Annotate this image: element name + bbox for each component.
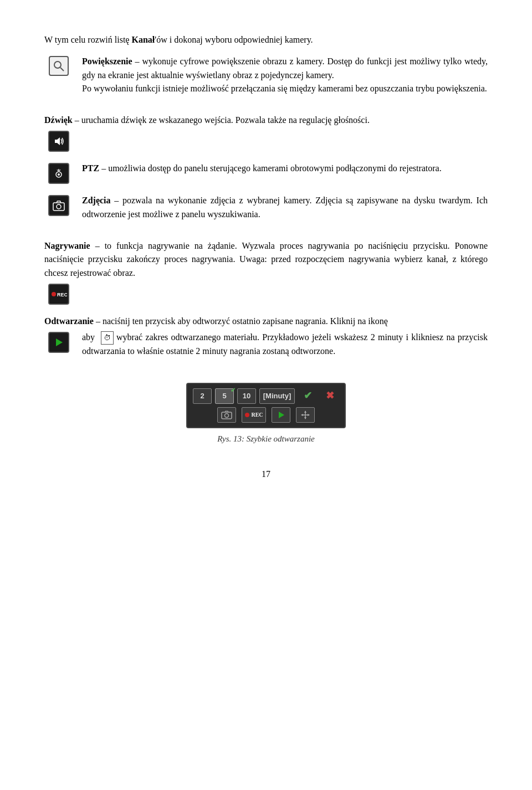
odtwarzanie-title: Odtwarzanie xyxy=(44,316,94,326)
dzwiek-icon-row xyxy=(44,130,488,152)
svg-marker-22 xyxy=(308,414,310,416)
quick-play-panel: 2 5 ✔ 10 [Minuty] ✔ ✖ xyxy=(186,383,346,428)
qp-cancel: ✖ xyxy=(320,388,339,404)
svg-point-10 xyxy=(52,292,56,296)
odtwarzanie-title-para: Odtwarzanie – naciśnij ten przycisk aby … xyxy=(44,315,488,329)
rec-icon-col: REC xyxy=(44,283,73,305)
nagrywanie-rest: – to funkcja nagrywanie na żądanie. Wyzw… xyxy=(44,241,488,278)
panel-row-2: REC xyxy=(193,407,339,423)
ptz-rest: – umożliwia dostęp do panelu sterującego… xyxy=(99,163,442,173)
time-range-icon: ⏱ xyxy=(101,331,114,345)
figure-caption: Rys. 13: Szybkie odtwarzanie xyxy=(44,433,488,445)
dzwiek-para: Dźwięk – uruchamia dźwięk ze wskazanego … xyxy=(44,114,488,127)
camera-icon xyxy=(48,195,69,216)
svg-point-0 xyxy=(54,61,61,68)
play-icon-row: aby ⏱ wybrać zakres odtwarzanego materia… xyxy=(44,331,488,366)
ptz-icon xyxy=(48,163,69,184)
svg-marker-21 xyxy=(301,414,303,416)
zdjecia-text: Zdjęcia – pozwala na wykonanie zdjęcia z… xyxy=(82,194,488,229)
camera-icon-col xyxy=(44,194,73,216)
svg-point-14 xyxy=(225,413,229,417)
ptz-title: PTZ xyxy=(82,163,99,173)
qp-camera-btn xyxy=(217,407,236,423)
search-icon-col xyxy=(44,55,73,76)
powiekszenie-section: Powiększenie – wykonuje cyfrowe powiększ… xyxy=(44,55,488,104)
panel-row-1: 2 5 ✔ 10 [Minuty] ✔ ✖ xyxy=(193,388,339,404)
rec-icon: REC xyxy=(48,284,69,305)
qp-rec-btn: REC xyxy=(242,407,266,423)
svg-marker-12 xyxy=(56,338,63,346)
powiekszenie-extra: Po wywołaniu funkcji istnieje możliwość … xyxy=(82,84,487,93)
page-number: 17 xyxy=(44,468,488,481)
svg-point-9 xyxy=(57,204,61,209)
play-icon xyxy=(48,332,69,353)
sound-icon-col xyxy=(44,130,73,152)
svg-point-4 xyxy=(58,173,60,176)
svg-marker-16 xyxy=(279,412,284,418)
ptz-icon-col xyxy=(44,162,73,184)
qp-val-10: 10 xyxy=(237,388,256,404)
svg-line-1 xyxy=(60,68,64,71)
ptz-text: PTZ – umożliwia dostęp do panelu sterują… xyxy=(82,162,488,183)
svg-text:REC: REC xyxy=(57,292,67,297)
kanal-bold: Kanał xyxy=(131,35,155,44)
zdjecia-title: Zdjęcia xyxy=(82,196,111,205)
ptz-section: PTZ – umożliwia dostęp do panelu sterują… xyxy=(44,162,488,184)
qp-val-5: 5 ✔ xyxy=(215,388,234,404)
svg-point-15 xyxy=(245,413,249,417)
para-kanal: W tym celu rozwiń listę Kanał'ów i dokon… xyxy=(44,33,488,47)
qp-play-btn xyxy=(272,407,290,423)
page-content: W tym celu rozwiń listę Kanał'ów i dokon… xyxy=(44,33,488,481)
svg-rect-8 xyxy=(53,203,64,211)
svg-line-6 xyxy=(57,170,58,171)
sound-icon xyxy=(48,131,69,152)
qp-confirm: ✔ xyxy=(298,388,317,404)
rec-icon-row: REC xyxy=(44,283,488,305)
play-icon-col xyxy=(44,331,73,353)
nagrywanie-title-para: Nagrywanie – to funkcja nagrywanie na żą… xyxy=(44,239,488,280)
powiekszenie-rest: – wykonuje cyfrowe powiększenie obrazu z… xyxy=(82,57,488,80)
svg-marker-2 xyxy=(55,137,60,145)
odtwarzanie-text: aby ⏱ wybrać zakres odtwarzanego materia… xyxy=(82,331,488,366)
zdjecia-rest: – pozwala na wykonanie zdjęcia z wybrane… xyxy=(82,196,488,219)
nagrywanie-title: Nagrywanie xyxy=(44,241,90,250)
qp-val-2: 2 xyxy=(193,388,212,404)
svg-line-7 xyxy=(59,170,60,171)
dzwiek-title: Dźwięk xyxy=(44,115,73,125)
search-icon xyxy=(49,56,69,76)
zdjecia-section: Zdjęcia – pozwala na wykonanie zdjęcia z… xyxy=(44,194,488,229)
powiekszenie-text: Powiększenie – wykonuje cyfrowe powiększ… xyxy=(82,55,488,104)
dzwiek-rest: – uruchamia dźwięk ze wskazanego wejścia… xyxy=(73,115,370,125)
figure-quick-play: 2 5 ✔ 10 [Minuty] ✔ ✖ xyxy=(44,383,488,445)
qp-minuty: [Minuty] xyxy=(259,388,295,404)
qp-move-btn xyxy=(296,407,315,423)
svg-marker-19 xyxy=(304,411,306,413)
svg-marker-20 xyxy=(304,417,306,419)
powiekszenie-title: Powiększenie xyxy=(82,57,132,66)
